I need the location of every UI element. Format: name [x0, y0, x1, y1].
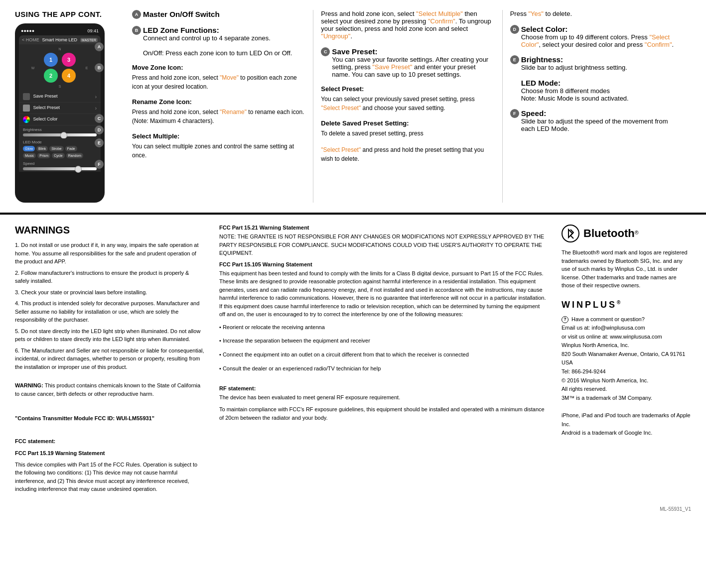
- section-b-desc2: On/Off: Press each zone icon to turn LED…: [143, 49, 305, 57]
- brightness-desc: Slide bar to adjust brightness setting.: [521, 64, 684, 71]
- brightness-title: Brightness:: [521, 55, 684, 64]
- zone-1-btn[interactable]: 1: [44, 53, 58, 67]
- led-mode-label: LED Mode: [23, 140, 42, 144]
- brightness-slider[interactable]: [23, 133, 97, 136]
- delete-desc2: "Select Preset" and press and hold the p…: [321, 145, 494, 163]
- rename-highlight: "Rename": [220, 109, 247, 116]
- circle-b-phone: B: [95, 63, 104, 72]
- circle-f-phone: F: [95, 160, 104, 169]
- speed-title: Speed:: [521, 109, 684, 118]
- cycle-btn[interactable]: Cycle: [52, 153, 65, 158]
- blink-btn[interactable]: Blink: [36, 146, 48, 151]
- section-b-desc1: Connect and control up to 4 separate zon…: [143, 34, 305, 42]
- glow-btn[interactable]: Glow: [23, 146, 35, 151]
- copyright: © 2016 Winplus North America, Inc.: [562, 376, 691, 385]
- warning-california: WARNING: This product contains chemicals…: [15, 381, 204, 398]
- warning-bold-label: WARNING:: [15, 382, 43, 388]
- warning-item-5: 5. Do not stare directly into the LED li…: [15, 327, 204, 344]
- speed-label: Speed: [23, 161, 34, 166]
- fcc-part19-title: FCC Part 15.19 Warning Statement: [15, 449, 204, 458]
- zone-3-btn[interactable]: 3: [62, 53, 76, 67]
- color-icon: [23, 116, 30, 123]
- rf-text2: To maintain compliance with FCC's RF exp…: [219, 405, 547, 422]
- zone-grid-area: N W 1 3 2 4 E: [19, 44, 101, 91]
- random-btn[interactable]: Random: [66, 153, 83, 158]
- confirm-highlight: "Confirm": [428, 17, 455, 25]
- move-title: Move Zone Icon:: [132, 64, 305, 71]
- trademark-3m: 3M™ is a trademark of 3M Company.: [562, 394, 691, 403]
- ml-code: ML-55931_V1: [660, 506, 691, 512]
- section-title: USING THE APP CONT.: [15, 10, 115, 18]
- select-color-item[interactable]: Select Color › C: [19, 114, 101, 125]
- nav-title: Smart Home LED: [42, 37, 78, 42]
- select-multiple-highlight: "Select Multiple": [416, 10, 463, 17]
- speed-slider[interactable]: [23, 167, 97, 170]
- select-preset-label: Select Preset: [23, 105, 60, 112]
- circle-a-phone: A: [95, 42, 104, 51]
- multiple-title: Select Multiple:: [132, 132, 305, 140]
- phone-header: < HOME Smart Home LED MASTER: [19, 35, 101, 44]
- north-label: N: [47, 47, 73, 51]
- prism-btn[interactable]: Prism: [37, 153, 50, 158]
- rename-title: Rename Zone Icon:: [132, 98, 305, 106]
- section-c-content: Save Preset: You can save your favorite …: [332, 47, 494, 78]
- warning-item-3: 3. Check your state or provincial laws b…: [15, 288, 204, 297]
- zone-2-btn[interactable]: 2: [44, 69, 58, 83]
- ml-code-container: ML-55931_V1: [0, 506, 706, 517]
- warnings-column: WARNINGS 1. Do not install or use produc…: [15, 225, 204, 496]
- strobe-btn[interactable]: Strobe: [49, 146, 64, 151]
- fcc-part21-text: NOTE: THE GRANTEE IS NOT RESPONSIBLE FOR…: [219, 233, 547, 257]
- instruction-col-3: Press "Yes" to delete. D Select Color: C…: [503, 10, 691, 203]
- chevron-save: ›: [95, 94, 97, 100]
- save-preset-label: Save Preset: [23, 93, 58, 100]
- bluetooth-reg: ®: [635, 230, 639, 235]
- company-name: Winplus North America, Inc.: [562, 341, 691, 350]
- bluetooth-logo: Bluetooth®: [562, 225, 691, 242]
- section-c: C Save Preset: You can save your favorit…: [321, 47, 494, 78]
- rf-title: RF statement:: [219, 385, 547, 391]
- fade-btn[interactable]: Fade: [65, 146, 77, 151]
- fcc-measure-3: • Connect the equipment into an outlet o…: [219, 350, 547, 360]
- right-column: Bluetooth® The Bluetooth® word mark and …: [562, 225, 691, 496]
- section-f: F Speed: Slide bar to adjust the speed o…: [510, 109, 684, 132]
- circle-e-phone: E: [95, 138, 104, 147]
- ungroup-highlight: "Ungroup": [321, 32, 350, 40]
- delete-desc: To delete a saved preset setting, press: [321, 129, 494, 138]
- save-preset-desc: You can save your favorite settings. Aft…: [332, 56, 494, 78]
- zone-4-btn[interactable]: 4: [62, 69, 76, 83]
- section-b: B LED Zone Functions: Connect and contro…: [132, 26, 305, 57]
- save-preset-item[interactable]: Save Preset ›: [19, 91, 101, 103]
- save-preset-title: Save Preset:: [332, 47, 494, 56]
- fcc-measure-1: • Reorient or relocate the receiving ant…: [219, 323, 547, 333]
- bottom-section: WARNINGS 1. Do not install or use produc…: [0, 215, 706, 506]
- fcc-column: FCC Part 15.21 Warning Statement NOTE: T…: [214, 225, 552, 496]
- save-icon: [23, 93, 30, 100]
- apple-trademark: iPhone, iPad and iPod touch are trademar…: [562, 411, 691, 429]
- speed-desc: Slide bar to adjust the speed of the mov…: [521, 118, 684, 132]
- home-button[interactable]: < HOME: [22, 37, 39, 42]
- led-mode-desc2: Note: Music Mode is sound activated.: [521, 95, 684, 102]
- color-title: Select Color:: [521, 25, 684, 33]
- question-icon: ?: [562, 316, 568, 323]
- fcc-statement-label: FCC statement:: [15, 437, 204, 446]
- delete-yes-desc: Press "Yes" to delete.: [510, 10, 684, 17]
- select-preset-item[interactable]: Select Preset ›: [19, 103, 101, 114]
- section-b-content: LED Zone Functions: Connect and control …: [143, 26, 305, 57]
- led-mode-section: LED Mode Glow Blink Strobe Fade Music Pr…: [19, 138, 101, 160]
- section-b-title: LED Zone Functions:: [143, 26, 305, 34]
- music-btn[interactable]: Music: [23, 153, 36, 158]
- multiple-desc: You can select multiple zones and contro…: [132, 142, 305, 160]
- circle-d-phone: D: [95, 125, 104, 134]
- fcc-part105-title: FCC Part 15.105 Warning Statement: [219, 261, 547, 267]
- contact-info: ? Have a comment or question? Email us a…: [562, 315, 691, 438]
- led-mode-desc1: Choose from 8 different modes: [521, 87, 684, 95]
- instruction-col-1: A Master On/Off Switch B LED Zone Functi…: [125, 10, 313, 203]
- address: 820 South Wanamaker Avenue, Ontario, CA …: [562, 350, 691, 367]
- circle-c-phone: C: [95, 114, 104, 123]
- south-label: S: [47, 85, 73, 88]
- email-label: Email us at: info@winplususa.com: [562, 324, 691, 333]
- select-multiple-intro: Press and hold zone icon, select "Select…: [321, 10, 494, 40]
- grid-icon: [23, 105, 30, 112]
- circle-a: A: [132, 10, 141, 19]
- brightness-label: Brightness: [23, 127, 42, 132]
